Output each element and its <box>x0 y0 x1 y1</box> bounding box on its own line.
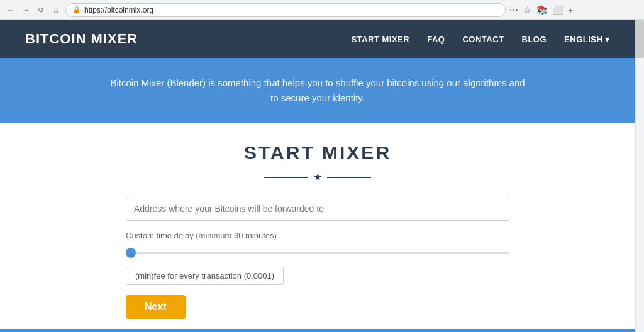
home-button[interactable]: ⌂ <box>50 4 62 16</box>
time-delay-slider[interactable] <box>126 252 509 254</box>
scrollbar[interactable] <box>635 20 644 332</box>
navbar: BITCOIN MIXER START MIXER FAQ CONTACT BL… <box>0 20 635 58</box>
next-button[interactable]: Next <box>126 295 186 319</box>
bottom-bar <box>0 329 635 332</box>
lock-icon: 🔒 <box>72 6 81 14</box>
reload-button[interactable]: ↺ <box>35 4 47 16</box>
fee-badge[interactable]: (min)fee for every transaction (0.0001) <box>126 267 284 285</box>
bookmark-icon[interactable]: ☆ <box>523 5 531 15</box>
url-text: https://bitcoinmix.org <box>84 6 153 14</box>
form-container: Custom time delay (minimum 30 minutes) (… <box>126 197 509 319</box>
forward-button[interactable]: → <box>20 4 31 16</box>
menu-icon[interactable]: ⋯ <box>509 5 518 15</box>
divider-star-icon: ★ <box>313 171 322 183</box>
back-button[interactable]: ← <box>5 4 16 16</box>
title-divider: ★ <box>264 171 371 183</box>
nav-links: START MIXER FAQ CONTACT BLOG ENGLISH ▾ <box>352 35 610 44</box>
bitcoin-address-input[interactable] <box>126 197 509 221</box>
main-content: START MIXER ★ Custom time delay (minimum… <box>0 123 635 332</box>
site-logo: BITCOIN MIXER <box>25 31 138 47</box>
divider-line-right <box>327 177 371 178</box>
nav-faq[interactable]: FAQ <box>427 35 445 44</box>
delay-label: Custom time delay (minimum 30 minutes) <box>126 231 509 240</box>
browser-chrome: ← → ↺ ⌂ 🔒 https://bitcoinmix.org ⋯ ☆ 📚 ⬜… <box>0 0 644 20</box>
hero-text: Bitcoin Mixer (Blender) is something tha… <box>110 75 525 106</box>
split-screen-icon[interactable]: ⬜ <box>552 5 563 15</box>
slider-container <box>126 245 509 257</box>
nav-start-mixer[interactable]: START MIXER <box>352 35 410 44</box>
divider-line-left <box>264 177 308 178</box>
nav-contact[interactable]: CONTACT <box>462 35 504 44</box>
scrollbar-thumb[interactable] <box>635 20 644 58</box>
nav-language[interactable]: ENGLISH ▾ <box>564 35 610 44</box>
browser-actions: ⋯ ☆ 📚 ⬜ + <box>509 5 573 15</box>
hero-banner: Bitcoin Mixer (Blender) is something tha… <box>0 58 635 123</box>
add-tab-icon[interactable]: + <box>568 5 573 15</box>
extensions-icon[interactable]: 📚 <box>536 5 547 15</box>
section-title: START MIXER <box>244 142 391 163</box>
nav-blog[interactable]: BLOG <box>522 35 547 44</box>
page-content: BITCOIN MIXER START MIXER FAQ CONTACT BL… <box>0 20 635 332</box>
address-bar[interactable]: 🔒 https://bitcoinmix.org <box>65 3 506 17</box>
